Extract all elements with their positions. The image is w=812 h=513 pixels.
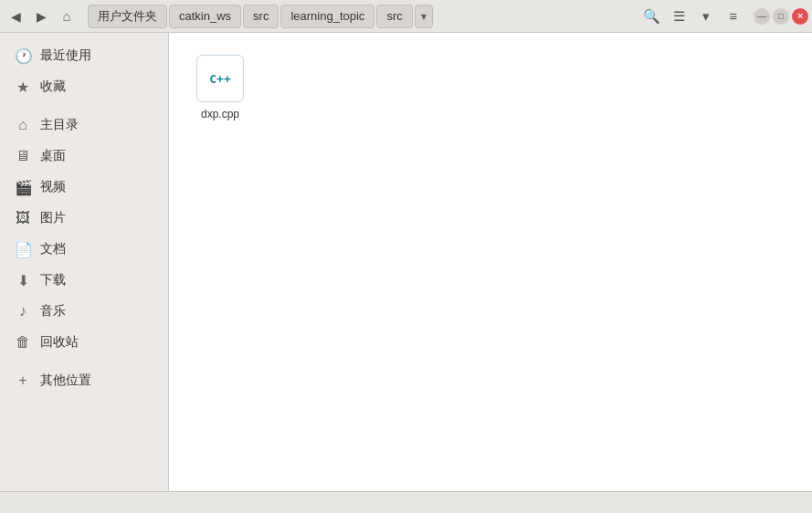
breadcrumb-item-4[interactable]: src	[376, 5, 412, 28]
sidebar: 🕐 最近使用 ★ 收藏 ⌂ 主目录 🖥 桌面 🎬 视频 🖼 图片 📄 文档	[0, 33, 169, 491]
sidebar-label-documents: 文档	[40, 241, 66, 257]
sidebar-label-other-locations: 其他位置	[40, 372, 91, 389]
sidebar-item-desktop[interactable]: 🖥 桌面	[0, 141, 168, 172]
sidebar-sep-1	[0, 102, 168, 110]
sidebar-item-home[interactable]: ⌂ 主目录	[0, 110, 168, 141]
file-grid: C++ dxp.cpp	[184, 47, 797, 128]
sidebar-item-bookmarks[interactable]: ★ 收藏	[0, 71, 168, 102]
sidebar-label-home: 主目录	[40, 117, 79, 133]
sidebar-item-downloads[interactable]: ⬇ 下载	[0, 265, 168, 296]
sidebar-item-trash[interactable]: 🗑 回收站	[0, 327, 168, 358]
sidebar-label-music: 音乐	[40, 303, 66, 319]
file-icon-wrapper: C++	[196, 55, 244, 102]
other-locations-icon: +	[15, 372, 31, 389]
breadcrumb-item-0[interactable]: 用户文件夹	[88, 5, 167, 28]
documents-icon: 📄	[15, 241, 31, 258]
statusbar	[0, 491, 812, 513]
video-icon: 🎬	[15, 179, 31, 196]
close-button[interactable]: ✕	[792, 8, 808, 25]
forward-button[interactable]: ▶	[29, 5, 53, 28]
desktop-icon: 🖥	[15, 148, 31, 164]
home-icon: ⌂	[15, 117, 31, 133]
recent-icon: 🕐	[15, 47, 31, 65]
file-name-dxp-cpp: dxp.cpp	[201, 108, 239, 120]
sidebar-label-downloads: 下载	[40, 272, 66, 288]
maximize-button[interactable]: □	[773, 8, 789, 25]
minimize-button[interactable]: —	[754, 8, 770, 25]
sidebar-item-pictures[interactable]: 🖼 图片	[0, 203, 168, 234]
downloads-icon: ⬇	[15, 272, 31, 289]
search-button[interactable]: 🔍	[638, 4, 664, 29]
titlebar-actions: 🔍 ☰ ▾ ≡	[638, 4, 746, 29]
breadcrumb-item-1[interactable]: catkin_ws	[169, 5, 241, 28]
back-button[interactable]: ◀	[4, 5, 27, 28]
sidebar-label-recent: 最近使用	[40, 47, 91, 64]
sidebar-label-bookmarks: 收藏	[40, 79, 66, 95]
cpp-icon: C++	[209, 72, 230, 86]
breadcrumb-dropdown[interactable]: ▾	[415, 5, 433, 28]
menu-button[interactable]: ≡	[721, 4, 746, 29]
breadcrumb: 用户文件夹 catkin_ws src learning_topic src ▾	[88, 5, 638, 28]
home-button[interactable]: ⌂	[55, 5, 79, 28]
trash-icon: 🗑	[15, 334, 31, 351]
breadcrumb-item-3[interactable]: learning_topic	[280, 5, 374, 28]
sidebar-label-trash: 回收站	[40, 334, 79, 351]
sidebar-item-music[interactable]: ♪ 音乐	[0, 296, 168, 327]
sidebar-item-other-locations[interactable]: + 其他位置	[0, 365, 168, 396]
view-dropdown-button[interactable]: ▾	[693, 4, 719, 29]
file-item-dxp-cpp[interactable]: C++ dxp.cpp	[184, 47, 257, 128]
pictures-icon: 🖼	[15, 210, 31, 226]
sidebar-label-video: 视频	[40, 179, 66, 195]
breadcrumb-item-2[interactable]: src	[243, 5, 279, 28]
sidebar-item-video[interactable]: 🎬 视频	[0, 172, 168, 203]
sidebar-sep-2	[0, 358, 168, 365]
sidebar-label-pictures: 图片	[40, 210, 66, 226]
window-controls: — □ ✕	[754, 8, 808, 25]
nav-controls: ◀ ▶ ⌂	[4, 5, 82, 28]
music-icon: ♪	[15, 303, 31, 319]
sidebar-item-recent[interactable]: 🕐 最近使用	[0, 40, 168, 71]
titlebar: ◀ ▶ ⌂ 用户文件夹 catkin_ws src learning_topic…	[0, 0, 812, 33]
sidebar-item-documents[interactable]: 📄 文档	[0, 234, 168, 265]
sidebar-label-desktop: 桌面	[40, 148, 66, 164]
bookmarks-icon: ★	[15, 79, 31, 96]
view-list-button[interactable]: ☰	[666, 4, 691, 29]
content-area: C++ dxp.cpp	[169, 33, 812, 491]
main-area: 🕐 最近使用 ★ 收藏 ⌂ 主目录 🖥 桌面 🎬 视频 🖼 图片 📄 文档	[0, 33, 812, 491]
